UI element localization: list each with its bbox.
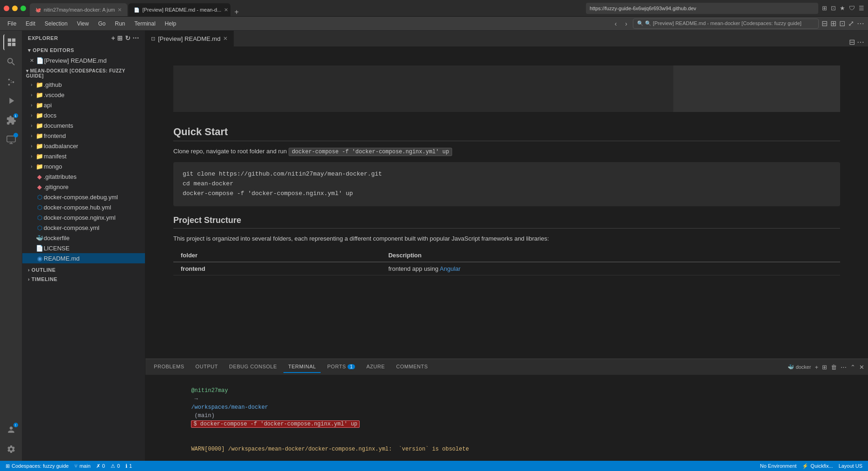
terminal-warn-text: WARN[0000] /workspaces/mean-docker/docke… [191,446,469,452]
window-close-button[interactable] [4,6,9,11]
split-terminal-icon[interactable]: ⊞ [822,364,827,371]
nav-back-button[interactable]: ‹ [612,19,620,28]
panel-maximize-icon[interactable]: ⌃ [850,364,855,371]
activity-explorer[interactable] [3,34,19,50]
layout-icon-1[interactable]: ⊟ [822,19,828,28]
status-no-environment[interactable]: No Environment [760,463,796,469]
tree-item-docs[interactable]: › 📁 docs [22,110,145,120]
panel-tab-azure[interactable]: AZURE [362,361,389,373]
panel-close-icon[interactable]: ✕ [859,364,864,371]
menu-terminal[interactable]: Terminal [131,19,159,29]
tree-item-loadbalancer[interactable]: › 📁 loadbalancer [22,141,145,151]
browser-action-icon-1[interactable]: ⊞ [822,5,827,12]
panel-tab-ports[interactable]: PORTS 1 [322,361,360,373]
new-file-icon[interactable]: + [112,34,116,42]
tree-item-api[interactable]: › 📁 api [22,100,145,110]
outline-section[interactable]: › OUTLINE [22,265,145,275]
tree-item-license[interactable]: 📄 LICENSE [22,243,145,253]
menu-selection[interactable]: Selection [41,19,71,29]
menu-edit[interactable]: Edit [22,19,39,29]
window-maximize-button[interactable] [20,6,26,11]
browser-action-icon-4[interactable]: 🛡 [849,5,855,12]
status-errors[interactable]: ✗ 0 [96,463,105,469]
more-tab-actions-icon[interactable]: ⋯ [857,38,864,46]
menu-run[interactable]: Run [111,19,129,29]
tree-item-dockerfile[interactable]: 🐳 dockerfile [22,233,145,243]
timeline-section[interactable]: › TIMELINE [22,275,145,284]
tab-close-2[interactable]: ✕ [224,7,228,13]
kill-terminal-icon[interactable]: 🗑 [831,364,837,371]
tree-item-github[interactable]: › 📁 .github [22,79,145,90]
activity-source-control[interactable] [3,73,19,89]
browser-window-controls[interactable] [4,6,26,11]
activity-search[interactable] [3,54,19,70]
ports-badge: 1 [348,364,355,369]
table-header-description: Description [381,249,840,262]
browser-action-icon-5[interactable]: ☰ [859,5,864,12]
editor-tab-preview-readme[interactable]: ⊡ [Preview] README.md ✕ [145,31,234,46]
tab-close-1[interactable]: ✕ [118,7,122,13]
terminal-content[interactable]: @nitin27may → /workspaces/mean-docker (m… [145,375,868,461]
tree-item-gitattributes[interactable]: ◆ .gitattributes [22,171,145,182]
layout-text: Layout US [839,463,862,469]
status-layout[interactable]: Layout US [839,463,862,469]
tree-item-docker-compose[interactable]: ⬡ docker-compose.yml [22,222,145,233]
terminal-more-icon[interactable]: ⋯ [841,364,847,371]
tree-item-frontend[interactable]: › 📁 frontend [22,131,145,141]
activity-run-debug[interactable] [3,93,19,109]
browser-tab-1[interactable]: 🐙 nitin27may/mean-docker: A jum ✕ [30,3,127,16]
tree-item-mongo[interactable]: › 📁 mongo [22,161,145,171]
layout-icon-4[interactable]: ⤢ [848,19,854,28]
menu-help[interactable]: Help [161,19,180,29]
new-tab-button[interactable]: + [231,8,241,16]
open-editors-section[interactable]: ▾ OPEN EDITORS [22,46,145,55]
new-terminal-icon[interactable]: + [815,364,818,371]
panel-tab-output[interactable]: OUTPUT [191,361,223,373]
terminal-user: @nitin27may [191,387,228,394]
browser-action-icon-3[interactable]: ★ [840,5,845,12]
panel-tab-comments[interactable]: COMMENTS [391,361,433,373]
tree-item-vscode[interactable]: › 📁 .vscode [22,90,145,100]
address-bar[interactable]: https://fuzzy-guide-6x6wjq6r693w94.githu… [586,3,818,14]
tree-item-manifest[interactable]: › 📁 manifest [22,151,145,161]
tab-close-icon[interactable]: ✕ [223,35,228,42]
status-quickfix[interactable]: ⚡ Quickfix... [802,463,833,469]
tree-item-readme[interactable]: ◉ README.md [22,253,145,263]
more-actions-icon[interactable]: ⋯ [857,19,864,28]
tree-item-docker-hub[interactable]: ⬡ docker-compose.hub.yml [22,202,145,212]
window-minimize-button[interactable] [12,6,18,11]
menu-file[interactable]: File [4,19,20,29]
new-folder-icon[interactable]: ⊞ [117,34,123,42]
tree-item-docker-debug[interactable]: ⬡ docker-compose.debug.yml [22,192,145,202]
tree-item-docker-nginx[interactable]: ⬡ docker-compose.nginx.yml [22,212,145,222]
project-section[interactable]: ▾ MEAN-DOCKER [CODESPACES: FUZZY GUIDE] [22,65,145,79]
layout-icon-3[interactable]: ⊡ [839,19,845,28]
nav-forward-button[interactable]: › [622,19,630,28]
layout-icon-2[interactable]: ⊞ [830,19,836,28]
status-branch[interactable]: ⑂ main [74,463,91,469]
activity-accounts[interactable]: ! [3,422,19,438]
status-remote[interactable]: ⊞ Codespaces: fuzzy guide [6,463,69,469]
panel-tab-debug-console[interactable]: DEBUG CONSOLE [224,361,282,373]
status-warnings[interactable]: ⚠ 0 [111,463,120,469]
angular-link[interactable]: Angular [440,265,460,272]
browser-tab-2[interactable]: 📄 [Preview] README.md - mean-d... ✕ [128,3,230,16]
menu-go[interactable]: Go [94,19,109,29]
activity-settings[interactable] [3,441,19,457]
split-editor-icon[interactable]: ⊟ [849,38,855,46]
status-info[interactable]: ℹ 1 [125,463,132,469]
panel-tab-terminal[interactable]: TERMINAL [283,361,321,373]
panel-tab-problems[interactable]: PROBLEMS [149,361,189,373]
activity-remote-explorer[interactable] [3,132,19,148]
activity-extensions[interactable]: 1 [3,112,19,128]
tree-item-documents[interactable]: › 📁 documents [22,120,145,131]
refresh-icon[interactable]: ↻ [125,34,131,42]
command-search-bar[interactable]: 🔍 🔍 [Preview] README.md - mean-docker [C… [633,19,819,29]
editor-close-icon[interactable]: ✕ [30,58,34,64]
collapse-icon[interactable]: ⋯ [132,34,139,42]
tree-item-gitignore[interactable]: ◆ .gitignore [22,182,145,192]
vscode-layout: File Edit Selection View Go Run Terminal… [0,17,868,471]
browser-action-icon-2[interactable]: ⊡ [831,5,836,12]
menu-view[interactable]: View [73,19,92,29]
open-editor-item[interactable]: ✕ 📄 [Preview] README.md [22,55,145,65]
